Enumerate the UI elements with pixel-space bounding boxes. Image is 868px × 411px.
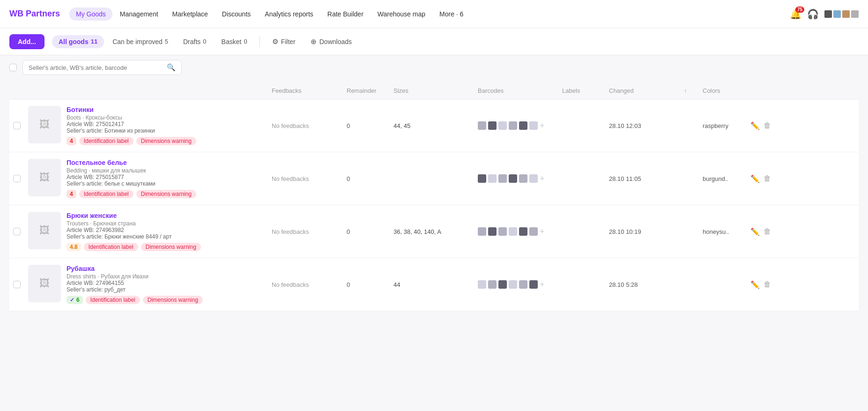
product-subcategory: Boots · Кроксы-боксы <box>67 114 264 121</box>
dimensions-warning-badge: Dimensions warning <box>136 190 196 198</box>
product-article-wb: Article WB: 274963982 <box>67 227 264 233</box>
sizes-cell: 44 <box>390 281 474 288</box>
support-button[interactable]: 🎧 <box>807 8 819 20</box>
product-info: 🖼 Ботинки Boots · Кроксы-боксы Article W… <box>24 104 268 147</box>
color-swatch-3 <box>842 10 850 18</box>
badge-num: 4.8 <box>67 243 81 251</box>
barcode-square <box>529 174 538 183</box>
product-name[interactable]: Рубашка <box>67 265 264 272</box>
nav-item-more[interactable]: More · 6 <box>433 7 470 21</box>
tab-drafts[interactable]: Drafts 0 <box>177 35 213 48</box>
feedbacks-cell: No feedbacks <box>268 281 343 288</box>
product-info: 🖼 Брюки женские Trousers · Брючная стран… <box>24 210 268 253</box>
barcode-square <box>509 174 517 183</box>
product-subcategory: Dress shirts · Рубахи для Ивахи <box>67 273 264 280</box>
add-barcode-button[interactable]: + <box>540 227 545 237</box>
sort-icon[interactable]: ↑ <box>680 85 699 97</box>
barcode-square <box>529 280 538 289</box>
barcode-square <box>529 227 538 236</box>
select-all-checkbox[interactable] <box>9 64 17 71</box>
filter-button[interactable]: ⚙ Filter <box>266 35 302 49</box>
product-subcategory: Bedding · мишки для малышек <box>67 167 264 174</box>
product-badges: 4 Identification label Dimensions warnin… <box>67 137 264 145</box>
add-button[interactable]: Add... <box>9 34 45 49</box>
barcode-square <box>509 227 517 236</box>
product-article-wb: Article WB: 275012417 <box>67 121 264 127</box>
table-row: 🖼 Брюки женские Trousers · Брючная стран… <box>9 205 859 258</box>
barcodes-cell: + <box>474 227 558 237</box>
remainder-cell: 0 <box>343 175 390 182</box>
row-checkbox[interactable] <box>13 281 21 288</box>
product-badges: ✓6 Identification label Dimensions warni… <box>67 296 264 304</box>
downloads-button[interactable]: ⊕ Downloads <box>304 35 358 49</box>
nav-item-rate-builder[interactable]: Rate Builder <box>321 7 370 21</box>
product-thumbnail: 🖼 <box>28 212 61 249</box>
tabs-bar: Add... All goods 11 Can be improved 5 Dr… <box>0 28 868 55</box>
main-nav: My GoodsManagementMarketplaceDiscountsAn… <box>69 7 470 21</box>
edit-icon[interactable]: ✏️ <box>750 227 760 236</box>
notification-badge: 75 <box>795 7 804 13</box>
add-barcode-button[interactable]: + <box>540 174 545 184</box>
tab-basket[interactable]: Basket 0 <box>215 35 254 48</box>
row-checkbox-cell <box>9 122 24 129</box>
filter-icon: ⚙ <box>272 37 278 46</box>
barcode-square <box>478 174 486 183</box>
table-body: 🖼 Ботинки Boots · Кроксы-боксы Article W… <box>9 99 859 311</box>
delete-icon[interactable]: 🗑 <box>764 280 771 289</box>
header-right: 🔔 75 🎧 <box>790 8 859 20</box>
product-seller-article: Seller's article: Ботинки из резинки <box>67 127 264 134</box>
table-row: 🖼 Постельное белье Bedding · мишки для м… <box>9 152 859 205</box>
th-colors: Colors <box>699 84 750 97</box>
product-info: 🖼 Рубашка Dress shirts · Рубахи для Ивах… <box>24 263 268 306</box>
nav-item-analytics[interactable]: Analytics reports <box>258 7 319 21</box>
delete-icon[interactable]: 🗑 <box>764 174 771 183</box>
notification-button[interactable]: 🔔 75 <box>790 8 801 20</box>
product-details: Рубашка Dress shirts · Рубахи для Ивахи … <box>67 265 264 304</box>
product-details: Постельное белье Bedding · мишки для мал… <box>67 159 264 198</box>
product-subcategory: Trousers · Брючная страна <box>67 220 264 227</box>
feedbacks-cell: No feedbacks <box>268 122 343 129</box>
products-table: Feedbacks Remainder Sizes Barcodes Label… <box>0 82 868 311</box>
color-swatches <box>824 10 859 18</box>
product-name[interactable]: Ботинки <box>67 106 264 113</box>
tab-can-be-improved[interactable]: Can be improved 5 <box>106 35 175 48</box>
th-feedbacks: Feedbacks <box>268 84 343 97</box>
downloads-icon: ⊕ <box>311 37 317 46</box>
th-sizes: Sizes <box>390 84 474 97</box>
product-name[interactable]: Постельное белье <box>67 159 264 166</box>
nav-item-marketplace[interactable]: Marketplace <box>166 7 215 21</box>
product-name[interactable]: Брюки женские <box>67 212 264 219</box>
nav-item-my-goods[interactable]: My Goods <box>69 7 112 21</box>
badge-num: ✓6 <box>67 296 83 304</box>
image-placeholder-icon: 🖼 <box>39 119 50 131</box>
row-checkbox[interactable] <box>13 175 21 182</box>
edit-icon[interactable]: ✏️ <box>750 121 760 130</box>
dimensions-warning-badge: Dimensions warning <box>143 296 203 304</box>
barcode-square <box>529 121 538 130</box>
check-icon: ✓ <box>70 297 74 303</box>
barcode-square <box>519 227 527 236</box>
search-box: 🔍 <box>22 60 182 75</box>
barcodes-cell: + <box>474 174 558 184</box>
delete-icon[interactable]: 🗑 <box>764 121 771 130</box>
identification-label-badge: Identification label <box>79 190 134 198</box>
row-checkbox[interactable] <box>13 228 21 235</box>
delete-icon[interactable]: 🗑 <box>764 227 771 236</box>
remainder-cell: 0 <box>343 228 390 235</box>
search-input[interactable] <box>29 64 163 71</box>
add-barcode-button[interactable]: + <box>540 280 545 290</box>
image-placeholder-icon: 🖼 <box>39 172 50 184</box>
edit-icon[interactable]: ✏️ <box>750 280 760 289</box>
tab-all-goods[interactable]: All goods 11 <box>52 35 104 48</box>
add-barcode-button[interactable]: + <box>540 121 545 131</box>
edit-icon[interactable]: ✏️ <box>750 174 760 183</box>
barcode-square <box>498 174 507 183</box>
nav-item-management[interactable]: Management <box>113 7 165 21</box>
color-swatch-4 <box>851 10 859 18</box>
search-area: 🔍 <box>0 55 868 77</box>
row-checkbox[interactable] <box>13 122 21 129</box>
nav-item-discounts[interactable]: Discounts <box>215 7 257 21</box>
product-thumbnail: 🖼 <box>28 159 61 196</box>
barcode-square <box>478 227 486 236</box>
nav-item-warehouse-map[interactable]: Warehouse map <box>371 7 432 21</box>
